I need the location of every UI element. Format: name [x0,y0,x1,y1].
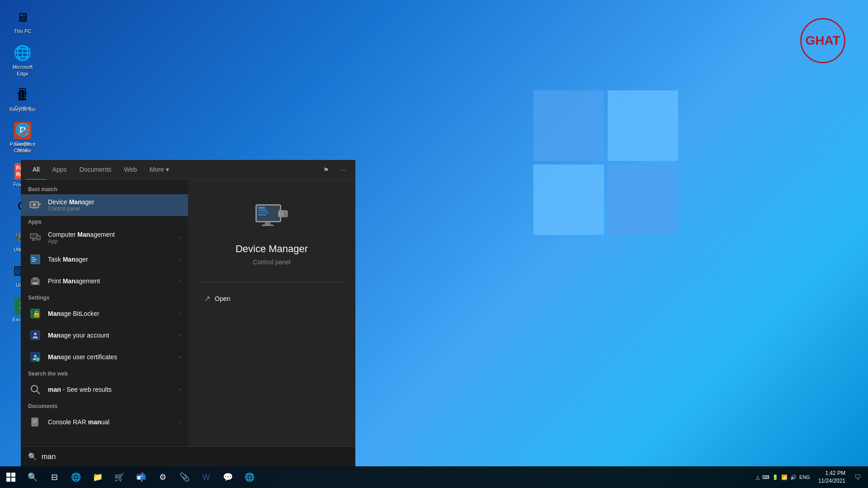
taskbar-task-view[interactable]: ⊟ [43,466,65,488]
chrome-icon: 🌐 [14,121,32,139]
result-computer-management[interactable]: Computer Management App › [21,227,188,249]
detail-panel: Device Manager Control panel ↗ Open [188,180,355,446]
search-input-icon: 🔍 [28,452,37,461]
manage-bitlocker-text: Manage BitLocker [48,310,175,317]
sidebar-icon-control[interactable]: 🎛 Control [5,81,41,115]
svg-rect-18 [33,282,38,284]
taskbar-mail[interactable]: 📬 [130,466,152,488]
device-manager-title: Device Manager [48,198,181,206]
svg-line-29 [37,391,40,394]
print-management-icon [28,274,42,288]
tab-action-icons: ⚑ ··· [319,163,350,177]
taskbar-edge[interactable]: 🌐 [65,466,87,488]
result-print-management[interactable]: Print Management › [21,270,188,292]
systray-language[interactable]: ENG [799,474,810,480]
svg-rect-44 [262,225,274,226]
result-device-manager[interactable]: Device Manager Control panel [21,194,188,216]
tab-documents[interactable]: Documents [73,160,118,180]
taskbar-search-icon[interactable]: 🔍 [22,466,43,488]
settings-header: Settings [21,292,188,303]
detail-subtitle: Control panel [253,258,290,266]
tab-all[interactable]: All [26,160,46,180]
search-tabs: All Apps Documents Web More ▾ ⚑ ··· [21,160,355,180]
result-task-manager[interactable]: Task Manager › [21,249,188,270]
systray-keyboard-icon[interactable]: ⌨ [762,474,769,480]
taskbar-clock[interactable]: 1:42 PM 11/24/2021 [815,469,849,485]
systray: △ ⌨ 🔋 📶 🔊 ENG [753,474,813,480]
console-rar-text: Console RAR manual [48,418,175,426]
systray-battery-icon[interactable]: 🔋 [772,474,778,480]
svg-rect-14 [32,259,37,260]
result-manage-bitlocker[interactable]: 🔒 Manage BitLocker › [21,303,188,324]
svg-rect-45 [6,473,10,477]
desktop-icon-this-pc[interactable]: 🖥 This PC [5,5,41,38]
web-search-icon [28,382,42,397]
result-console-rar[interactable]: Console RAR manual › [21,411,188,433]
detail-actions: ↗ Open [197,290,346,307]
systray-volume-icon[interactable]: 🔊 [790,474,797,480]
search-input[interactable] [42,453,348,461]
svg-rect-5 [33,208,36,209]
feedback-icon[interactable]: ⚑ [319,163,333,177]
win-pane-3 [533,164,604,235]
computer-management-text: Computer Management App [48,231,175,244]
control-label: Control [14,105,30,111]
manage-certificates-title: Manage user certificates [48,353,175,361]
systray-up-icon[interactable]: △ [756,474,760,480]
search-content: Best match Device Manager [21,180,355,446]
search-bar: 🔍 [21,446,355,466]
console-rar-arrow: › [179,419,181,425]
tab-apps[interactable]: Apps [46,160,73,180]
svg-rect-13 [32,257,35,258]
svg-rect-9 [32,240,35,241]
open-action-icon: ↗ [204,294,210,303]
svg-rect-47 [6,478,10,482]
svg-point-25 [34,355,37,357]
result-manage-account[interactable]: Manage your account › [21,324,188,346]
apps-header: Apps [21,216,188,227]
svg-rect-46 [11,473,15,477]
computer-management-icon [28,230,42,245]
svg-point-19 [38,281,39,282]
computer-management-title: Computer Management [48,231,175,238]
svg-rect-40 [258,210,267,211]
manage-bitlocker-arrow: › [179,310,181,317]
device-manager-subtitle: Control panel [48,206,181,212]
start-button[interactable] [0,466,22,488]
tab-web[interactable]: Web [118,160,143,180]
task-manager-text: Task Manager [48,256,175,263]
taskbar-right: △ ⌨ 🔋 📶 🔊 ENG 1:42 PM 11/24/2021 🗨 [753,469,868,485]
ellipsis-icon[interactable]: ··· [336,163,350,177]
svg-point-2 [33,203,36,206]
taskbar-office[interactable]: 📎 [174,466,195,488]
result-web-search[interactable]: man - See web results › [21,379,188,400]
notification-icon[interactable]: 🗨 [851,474,864,481]
this-pc-icon: 🖥 [14,8,32,26]
win-pane-4 [608,164,678,235]
windows-logo [533,90,678,235]
desktop-icon-edge[interactable]: 🌐 MicrosoftEdge [5,40,41,80]
taskbar-word[interactable]: W [195,466,217,488]
manage-account-title: Manage your account [48,332,175,339]
svg-rect-48 [11,478,15,482]
computer-management-subtitle: App [48,238,175,244]
svg-rect-33 [33,422,36,423]
tab-more[interactable]: More ▾ [143,160,175,180]
manage-certificates-arrow: › [179,354,181,360]
svg-rect-31 [33,420,37,421]
sidebar-icon-chrome[interactable]: 🌐 GoogleChrome [5,117,41,157]
svg-rect-7 [31,234,37,238]
taskbar-file-explorer[interactable]: 📁 [87,466,108,488]
taskbar-store[interactable]: 🛒 [108,466,130,488]
manage-certificates-icon: ✓ [28,350,42,364]
svg-rect-43 [265,222,270,225]
taskbar-settings[interactable]: ⚙ [152,466,174,488]
open-action[interactable]: ↗ Open [197,290,346,307]
svg-point-4 [38,204,39,205]
result-manage-certificates[interactable]: ✓ Manage user certificates › [21,346,188,368]
systray-network-icon[interactable]: 📶 [781,474,788,480]
task-manager-arrow: › [179,256,181,263]
taskbar-zalo[interactable]: 💬 [217,466,239,488]
taskbar-chrome[interactable]: 🌐 [239,466,260,488]
clock-time: 1:42 PM [825,469,845,477]
